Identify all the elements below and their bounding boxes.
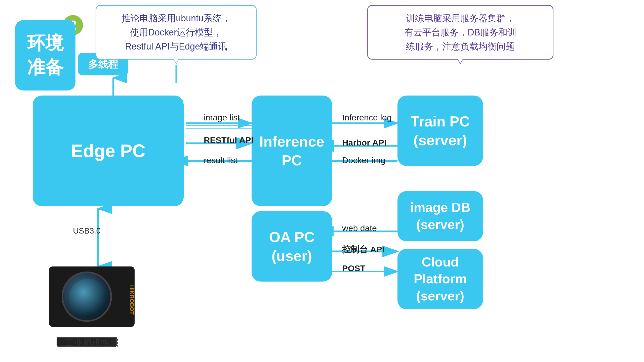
bubble-left: 推论电脑采用ubuntu系统， 使用Docker运行模型， Restful AP… bbox=[96, 5, 257, 60]
camera-logo: HIKROBOT bbox=[129, 285, 135, 314]
image-list-label: image list bbox=[204, 113, 240, 122]
usb-label: USB3.0 bbox=[73, 226, 101, 236]
bubble-right: 训练电脑采用服务器集群， 有云平台服务，DB服务和训 练服务，注意负载均衡问题 bbox=[367, 5, 553, 60]
harbor-api-label: Harbor API bbox=[342, 138, 386, 148]
image-db-box: image DB (server) bbox=[397, 191, 483, 241]
edge-pc-box: Edge PC bbox=[33, 96, 184, 206]
cloud-platform-box: Cloud Platform (server) bbox=[397, 249, 483, 309]
inference-log-label: Inference log bbox=[342, 113, 392, 122]
web-date-label: web date bbox=[342, 223, 377, 233]
train-pc-box: Train PC (server) bbox=[397, 96, 483, 166]
main-label-box: 环境 准备 bbox=[15, 20, 75, 90]
inference-pc-box: Inference PC bbox=[252, 96, 332, 206]
post-label: POST bbox=[342, 263, 366, 273]
camera-lens bbox=[62, 272, 112, 322]
restful-api-label: RESTful API bbox=[204, 135, 253, 145]
oa-pc-box: OA PC (user) bbox=[252, 211, 332, 282]
camera-label: 工业相机拍照 bbox=[49, 337, 135, 349]
control-api-label: 控制台 API bbox=[342, 244, 384, 255]
result-list-label: result list bbox=[204, 155, 237, 165]
camera-lens-inner bbox=[69, 279, 108, 318]
docker-img-label: Docker img bbox=[342, 155, 385, 165]
camera-body: HIKROBOT bbox=[49, 266, 135, 327]
diagram-container: 2 环境 准备 多线程 推论电脑采用ubuntu系统， 使用Docker运行模型… bbox=[0, 0, 644, 362]
